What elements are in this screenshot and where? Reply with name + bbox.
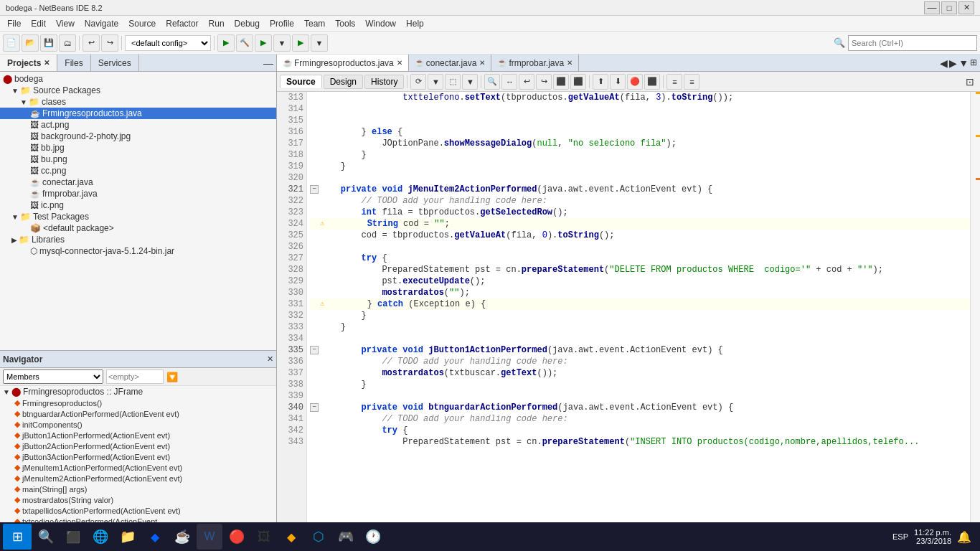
- minimize-btn[interactable]: —: [924, 1, 940, 14]
- new-btn[interactable]: 📄: [3, 34, 20, 52]
- nav-initcomponents[interactable]: ◆ initComponents(): [0, 419, 276, 430]
- editor-btn-12[interactable]: 🔴: [627, 74, 643, 90]
- menu-run[interactable]: Run: [204, 17, 229, 30]
- code-content[interactable]: txttelefono.setText(tbproductos.getValue…: [307, 92, 970, 528]
- notification-icon[interactable]: 🔔: [957, 530, 971, 544]
- clean-build-btn[interactable]: 🔨: [236, 34, 253, 52]
- taskbar-explorer[interactable]: 📁: [115, 524, 141, 550]
- editor-btn-2[interactable]: ▼: [428, 74, 443, 90]
- find-btn[interactable]: 🔍: [484, 74, 500, 90]
- maximize-btn[interactable]: □: [941, 1, 957, 14]
- panel-collapse-btn[interactable]: —: [260, 57, 276, 69]
- taskbar-photos[interactable]: 🖼: [251, 524, 277, 550]
- navigator-close-icon[interactable]: ✕: [267, 354, 273, 364]
- tab-files[interactable]: Files: [57, 55, 90, 71]
- editor-btn-14[interactable]: ≡: [666, 74, 682, 90]
- fold-icon-340[interactable]: −: [310, 403, 319, 412]
- tab-expand[interactable]: ⊞: [970, 57, 977, 69]
- search-input[interactable]: [848, 35, 977, 51]
- run-btn[interactable]: ▶: [255, 34, 272, 52]
- config-dropdown[interactable]: <default config>: [125, 35, 211, 51]
- tab-dropdown[interactable]: ▼: [958, 57, 969, 69]
- menu-help[interactable]: Help: [402, 17, 428, 30]
- tab-frmingresoproductos[interactable]: ☕ Frmingresoproductos.java ✕: [277, 55, 409, 71]
- tree-source-packages[interactable]: ▼ 📁 Source Packages: [0, 85, 276, 96]
- open-btn[interactable]: 📂: [22, 34, 39, 52]
- taskbar-time-app[interactable]: 🕐: [360, 524, 386, 550]
- tree-bu-png[interactable]: 🖼 bu.png: [0, 154, 276, 165]
- editor-btn-15[interactable]: ≡: [684, 74, 699, 90]
- menu-view[interactable]: View: [52, 17, 79, 30]
- close-btn[interactable]: ✕: [958, 1, 974, 14]
- menu-edit[interactable]: Edit: [27, 17, 50, 30]
- tree-mysql-jar[interactable]: ⬡ mysql-connector-java-5.1.24-bin.jar: [0, 245, 276, 257]
- taskbar-word[interactable]: W: [197, 524, 222, 550]
- tree-ic-png[interactable]: 🖼 ic.png: [0, 199, 276, 211]
- editor-btn-1[interactable]: ⟳: [410, 74, 426, 90]
- tab-conectar-close[interactable]: ✕: [479, 59, 485, 67]
- nav-jbutton3[interactable]: ◆ jButton3ActionPerformed(ActionEvent ev…: [0, 451, 276, 462]
- nav-jmenuitem1[interactable]: ◆ jMenuItem1ActionPerformed(ActionEvent …: [0, 462, 276, 473]
- nav-mostrardatos[interactable]: ◆ mostrardatos(String valor): [0, 494, 276, 505]
- menu-file[interactable]: File: [3, 17, 25, 30]
- nav-root[interactable]: ▼ ⬤ Frmingresoproductos :: JFrame: [0, 386, 276, 397]
- tree-background-jpg[interactable]: 🖼 background-2-photy.jpg: [0, 131, 276, 142]
- tab-frmprobar-close[interactable]: ✕: [567, 59, 573, 67]
- tree-frmingresoproductos[interactable]: ☕ Frmingresoproductos.java: [0, 108, 276, 119]
- taskbar-task-view[interactable]: ⬛: [60, 524, 86, 550]
- expand-editor-btn[interactable]: ⊡: [963, 76, 977, 88]
- nav-constructor[interactable]: ◆ Frmingresoproductos(): [0, 397, 276, 408]
- editor-btn-4[interactable]: ▼: [462, 74, 478, 90]
- menu-debug[interactable]: Debug: [230, 17, 264, 30]
- editor-btn-13[interactable]: ⬛: [644, 74, 660, 90]
- editor-btn-3[interactable]: ⬚: [445, 74, 461, 90]
- menu-navigate[interactable]: Navigate: [80, 17, 123, 30]
- taskbar-search[interactable]: 🔍: [33, 524, 59, 550]
- tree-frmprobar-java[interactable]: ☕ frmprobar.java: [0, 188, 276, 199]
- fold-icon-335[interactable]: −: [310, 346, 319, 354]
- menu-source[interactable]: Source: [124, 17, 160, 30]
- start-btn[interactable]: ⊞: [3, 524, 32, 550]
- editor-btn-11[interactable]: ⬇: [610, 74, 626, 90]
- tree-root-bodega[interactable]: ⬤ bodega: [0, 73, 276, 85]
- editor-btn-10[interactable]: ⬆: [593, 74, 608, 90]
- editor-btn-6[interactable]: ↩: [519, 74, 534, 90]
- taskbar-netbeans[interactable]: ☕: [169, 524, 195, 550]
- mode-history-btn[interactable]: History: [364, 75, 404, 89]
- members-filter[interactable]: [106, 369, 164, 384]
- editor-btn-5[interactable]: ↔: [501, 74, 517, 90]
- tree-clases[interactable]: ▼ 📁 clases: [0, 96, 276, 108]
- editor-btn-8[interactable]: ⬛: [553, 74, 569, 90]
- nav-btnguardar[interactable]: ◆ btnguardarActionPerformed(ActionEvent …: [0, 408, 276, 419]
- run2-btn[interactable]: ▶: [292, 34, 309, 52]
- tree-libraries[interactable]: ▶ 📁 Libraries: [0, 234, 276, 245]
- save-btn[interactable]: 💾: [40, 34, 57, 52]
- run-project-btn[interactable]: ▶: [217, 34, 235, 52]
- undo-btn[interactable]: ↩: [83, 34, 100, 52]
- tree-bb-jpg[interactable]: 🖼 bb.jpg: [0, 142, 276, 154]
- redo-btn[interactable]: ↪: [101, 34, 118, 52]
- menu-refactor[interactable]: Refactor: [161, 17, 202, 30]
- tab-conectar[interactable]: ☕ conectar.java ✕: [409, 55, 492, 71]
- tree-act-png[interactable]: 🖼 act.png: [0, 119, 276, 131]
- menu-profile[interactable]: Profile: [265, 17, 298, 30]
- taskbar-box[interactable]: ⬡: [306, 524, 331, 550]
- nav-main[interactable]: ◆ main(String[] args): [0, 484, 276, 494]
- tab-scroll-right[interactable]: ▶: [949, 57, 957, 69]
- taskbar-orange-app[interactable]: ◆: [278, 524, 304, 550]
- taskbar-chrome[interactable]: 🔴: [224, 524, 250, 550]
- nav-jbutton1[interactable]: ◆ jButton1ActionPerformed(ActionEvent ev…: [0, 430, 276, 441]
- tab-frm-close[interactable]: ✕: [397, 59, 402, 67]
- save-all-btn[interactable]: 🗂: [59, 34, 76, 52]
- tree-default-package[interactable]: 📦 <default package>: [0, 222, 276, 234]
- tree-conectar-java[interactable]: ☕ conectar.java: [0, 176, 276, 188]
- taskbar-dropbox[interactable]: ◆: [142, 524, 168, 550]
- tree-test-packages[interactable]: ▼ 📁 Test Packages: [0, 211, 276, 222]
- run2-dd-btn[interactable]: ▼: [311, 34, 328, 52]
- nav-txtapellidos[interactable]: ◆ txtapellidosActionPerformed(ActionEven…: [0, 505, 276, 516]
- editor-btn-7[interactable]: ↪: [536, 74, 552, 90]
- taskbar-edge[interactable]: 🌐: [88, 524, 113, 550]
- menu-tools[interactable]: Tools: [331, 17, 359, 30]
- menu-team[interactable]: Team: [300, 17, 329, 30]
- tab-scroll-left[interactable]: ◀: [940, 57, 948, 69]
